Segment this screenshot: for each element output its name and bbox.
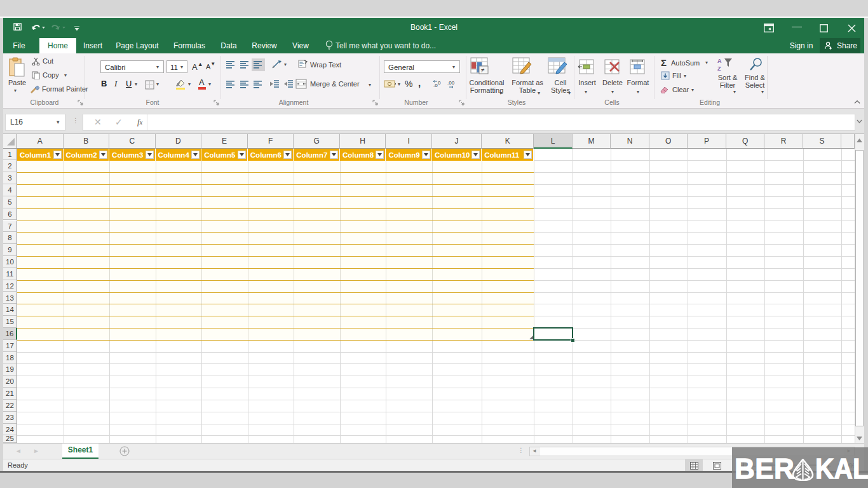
svg-text:A: A: [717, 58, 722, 64]
svg-text:0: 0: [438, 80, 441, 86]
svg-text:≠: ≠: [481, 67, 485, 74]
svg-text:.00: .00: [447, 80, 455, 86]
svg-text:Z: Z: [717, 65, 721, 72]
